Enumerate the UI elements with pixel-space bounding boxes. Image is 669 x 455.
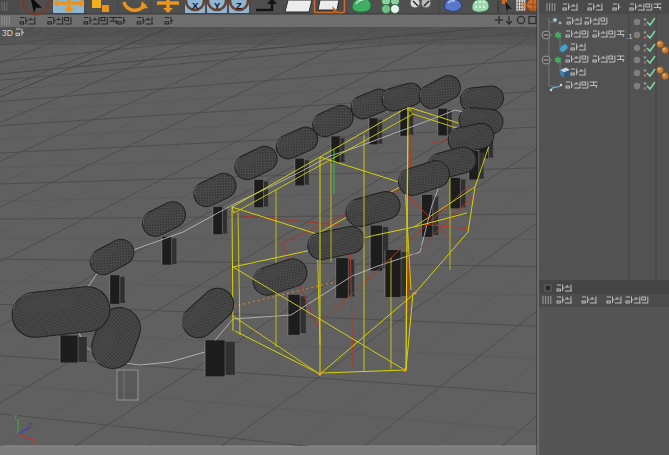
svg-text:.1: .1	[626, 32, 633, 41]
svg-text:X: X	[192, 0, 199, 11]
svg-text:Z: Z	[27, 421, 32, 430]
svg-text:X: X	[31, 436, 36, 445]
svg-text:Z: Z	[236, 0, 242, 11]
svg-text:Y: Y	[214, 0, 221, 11]
svg-text:Y: Y	[13, 412, 18, 421]
svg-text:3D: 3D	[2, 28, 13, 38]
